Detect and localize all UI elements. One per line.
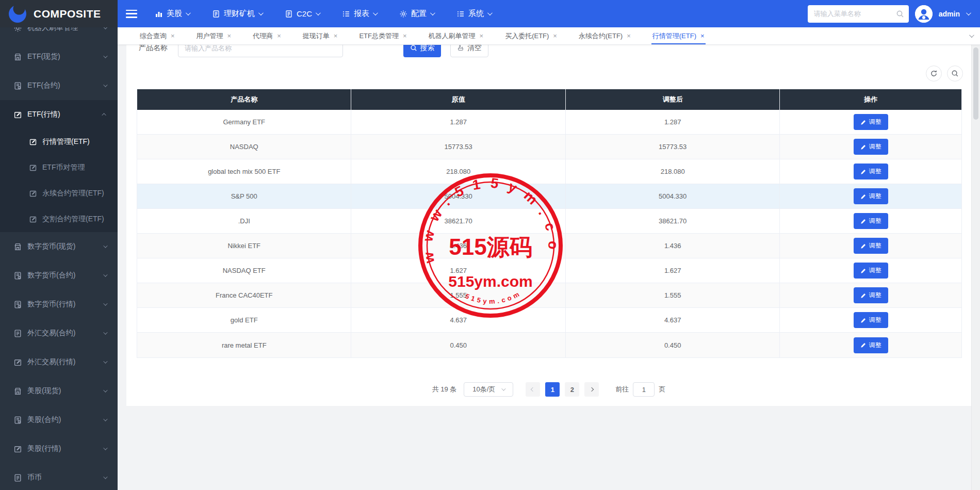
- search-icon[interactable]: [896, 10, 904, 18]
- user-avatar[interactable]: [915, 5, 933, 23]
- top-nav-item[interactable]: 配置: [399, 9, 434, 19]
- sidebar-group-item[interactable]: 数字货币(行情): [0, 290, 118, 319]
- chevron-icon: [103, 388, 107, 392]
- adjust-button[interactable]: 调整: [854, 238, 888, 254]
- adjust-button[interactable]: 调整: [854, 287, 888, 303]
- edit-icon: [29, 164, 37, 172]
- chevron-down-icon: [258, 10, 264, 15]
- adjust-button[interactable]: 调整: [854, 263, 888, 279]
- table-row: NASDAQ ETF 1.627 1.627 调整: [137, 258, 961, 283]
- adjust-button[interactable]: 调整: [854, 312, 888, 328]
- edit-icon: [860, 144, 867, 150]
- sidebar-sub-item[interactable]: 行情管理(ETF): [0, 129, 118, 155]
- tab[interactable]: 提现订单 ×: [303, 27, 338, 44]
- prev-page-button[interactable]: [526, 382, 540, 397]
- tab[interactable]: 买入委托(ETF) ×: [505, 27, 557, 44]
- close-icon[interactable]: ×: [227, 32, 232, 39]
- chevron-icon: [103, 446, 107, 450]
- cell-actions: 调整: [780, 209, 961, 233]
- page-scrollbar-thumb[interactable]: [973, 47, 978, 120]
- top-nav-item[interactable]: 报表: [342, 9, 377, 19]
- tab[interactable]: 行情管理(ETF) ×: [652, 27, 705, 44]
- page-size-select[interactable]: 10条/页: [464, 382, 513, 397]
- cell-actions: 调整: [780, 135, 961, 159]
- top-nav-item[interactable]: 美股: [155, 9, 189, 19]
- zoom-search-button[interactable]: [947, 66, 963, 81]
- chevron-down-icon: [316, 10, 321, 15]
- close-icon[interactable]: ×: [277, 32, 281, 39]
- top-nav-item[interactable]: 理财矿机: [212, 9, 262, 19]
- refresh-button[interactable]: [926, 66, 942, 81]
- adjust-button[interactable]: 调整: [854, 213, 888, 229]
- chevron-left-icon: [531, 387, 535, 391]
- goto-page-input[interactable]: [633, 382, 655, 397]
- sidebar-sub-item[interactable]: 交割合约管理(ETF): [0, 206, 118, 232]
- sidebar-group-item[interactable]: 外汇交易(行情): [0, 348, 118, 377]
- cell-original-value: 1.627: [351, 258, 565, 283]
- cell-product-name: NASDAQ: [137, 135, 351, 159]
- tab[interactable]: 用户管理 ×: [197, 27, 232, 44]
- cell-actions: 调整: [780, 283, 961, 307]
- sidebar-sub-item[interactable]: ETF币对管理: [0, 155, 118, 181]
- user-dropdown-chevron-icon[interactable]: [966, 10, 971, 15]
- top-nav-item[interactable]: 系统: [456, 9, 491, 19]
- cell-adjusted-value: 1.436: [566, 234, 780, 258]
- page-number-button[interactable]: 1: [545, 382, 560, 397]
- tab[interactable]: ETF总类管理 ×: [359, 27, 406, 44]
- sidebar-group-item[interactable]: 外汇交易(合约): [0, 319, 118, 348]
- edit-icon: [860, 243, 867, 249]
- page-number-button[interactable]: 2: [565, 382, 579, 397]
- hamburger-menu-icon[interactable]: [126, 10, 137, 18]
- username[interactable]: admin: [939, 10, 960, 18]
- page-scrollbar-track[interactable]: [971, 45, 980, 490]
- product-name-input[interactable]: [178, 45, 343, 57]
- brand-name: COMPOSITE: [34, 8, 101, 20]
- close-icon[interactable]: ×: [480, 32, 484, 39]
- contract-icon: [13, 81, 22, 90]
- cell-product-name: gold ETF: [137, 308, 351, 332]
- adjust-button[interactable]: 调整: [854, 337, 888, 353]
- sidebar-group-item[interactable]: 美股(现货): [0, 377, 118, 405]
- sidebar-group-item[interactable]: 数字货币(合约): [0, 261, 118, 290]
- tab[interactable]: 代理商 ×: [253, 27, 281, 44]
- next-page-button[interactable]: [584, 382, 599, 397]
- adjust-button[interactable]: 调整: [854, 164, 888, 179]
- column-header-actions: 操作: [780, 89, 961, 110]
- sidebar-group-item[interactable]: 美股(行情): [0, 434, 118, 463]
- top-nav-items: 美股 理财矿机 C2C 报表 配置 系统: [155, 9, 491, 19]
- sidebar-group-item[interactable]: 美股(合约): [0, 405, 118, 434]
- adjust-button[interactable]: 调整: [854, 139, 888, 155]
- cell-product-name: .DJI: [137, 209, 351, 233]
- tabs-more-chevron-icon[interactable]: [969, 34, 980, 38]
- close-icon[interactable]: ×: [334, 32, 338, 39]
- close-icon[interactable]: ×: [553, 32, 557, 39]
- edit-icon: [13, 110, 22, 119]
- tab[interactable]: 永续合约(ETF) ×: [579, 27, 631, 44]
- sidebar-sub-item[interactable]: 永续合约管理(ETF): [0, 181, 118, 206]
- tab[interactable]: 机器人刷单管理 ×: [429, 27, 484, 44]
- cell-original-value: 1.287: [351, 110, 565, 134]
- refresh-icon: [930, 70, 938, 77]
- search-button[interactable]: 搜索: [403, 45, 441, 57]
- sidebar-group-item[interactable]: ETF(现货): [0, 42, 118, 71]
- close-icon[interactable]: ×: [627, 32, 631, 39]
- adjust-button[interactable]: 调整: [854, 114, 888, 130]
- close-icon[interactable]: ×: [403, 32, 407, 39]
- sidebar-group-item[interactable]: ETF(合约): [0, 71, 118, 100]
- clear-button[interactable]: 清空: [450, 45, 488, 57]
- contract-icon: [13, 416, 22, 424]
- table-body: Germany ETF 1.287 1.287 调整 NASDAQ 15773.…: [137, 110, 961, 357]
- sidebar-group-item[interactable]: ETF(行情): [0, 100, 118, 129]
- tab[interactable]: 综合查询 ×: [140, 27, 175, 44]
- top-nav-item[interactable]: C2C: [285, 9, 319, 18]
- sidebar-group-item[interactable]: 数字货币(现货): [0, 232, 118, 261]
- sidebar-group-item[interactable]: 机器人刷单管理: [0, 27, 118, 42]
- tab-bar: 综合查询 × 用户管理 × 代理商 × 提现订单 × ETF总类管理 × 机器人…: [118, 27, 980, 45]
- sidebar-group-item[interactable]: 币币: [0, 463, 118, 490]
- doc-icon: [212, 10, 220, 18]
- close-icon[interactable]: ×: [171, 32, 175, 39]
- adjust-button[interactable]: 调整: [854, 188, 888, 204]
- menu-search-input[interactable]: [808, 5, 909, 23]
- cell-adjusted-value: 4.637: [566, 308, 780, 332]
- close-icon[interactable]: ×: [700, 32, 705, 39]
